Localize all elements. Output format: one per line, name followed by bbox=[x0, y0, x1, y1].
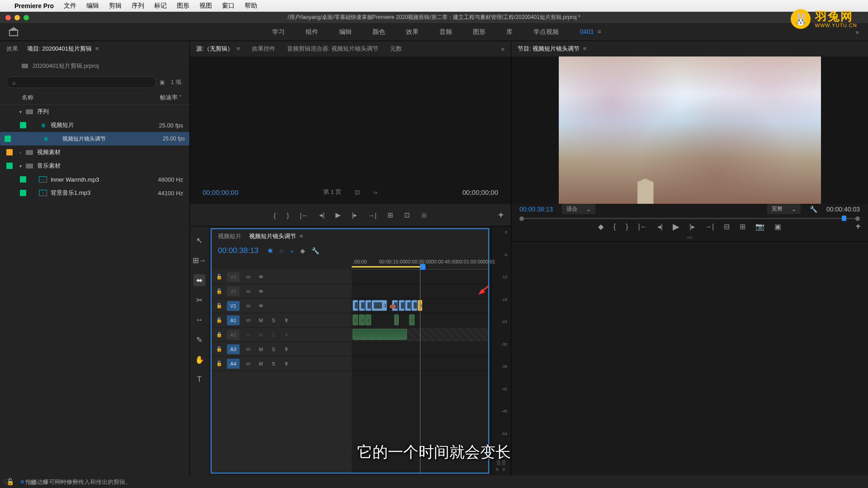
menu-sequence[interactable]: 序列 bbox=[132, 2, 144, 10]
menu-window[interactable]: 窗口 bbox=[222, 2, 235, 10]
pen-tool[interactable]: ✎ bbox=[193, 334, 205, 346]
go-to-out-button[interactable]: →| bbox=[705, 223, 714, 231]
marker-icon[interactable]: ⍖ bbox=[290, 247, 294, 254]
bin-video[interactable]: › 视频素材 bbox=[0, 145, 189, 159]
workspace-assembly[interactable]: 组件 bbox=[306, 28, 318, 36]
track-header-v3[interactable]: 🔓V3▭👁 bbox=[212, 270, 352, 284]
workspace-editing[interactable]: 编辑 bbox=[339, 28, 352, 36]
audio-item[interactable]: ♪ Inner Warmth.mp3 48000 Hz bbox=[0, 173, 189, 186]
step-forward-button[interactable]: |▸ bbox=[689, 222, 695, 231]
razor-tool[interactable]: ✂ bbox=[193, 294, 205, 306]
audio-clip[interactable] bbox=[394, 314, 399, 325]
track-header-a3[interactable]: 🔓A3▭MS🎙 bbox=[212, 342, 352, 357]
sequence-item[interactable]: ≣ 视频短片 25.00 fps bbox=[0, 118, 189, 132]
tab-project[interactable]: 项目: 20200401短片剪辑 ≡ bbox=[27, 45, 99, 53]
video-clip[interactable] bbox=[359, 300, 365, 311]
mark-out-button[interactable]: } bbox=[626, 223, 628, 231]
panel-menu-icon[interactable]: ≡ bbox=[94, 45, 99, 52]
workspace-audio[interactable]: 音频 bbox=[439, 28, 452, 36]
go-to-out-button[interactable]: →| bbox=[368, 211, 377, 219]
label-swatch[interactable] bbox=[20, 176, 26, 183]
source-timecode-out[interactable]: 00;00;00;00 bbox=[462, 188, 498, 196]
menu-edit[interactable]: 编辑 bbox=[86, 2, 99, 10]
video-clip[interactable] bbox=[411, 300, 417, 311]
track-header-v1[interactable]: 🔓V1▭👁 bbox=[212, 299, 352, 313]
extract-button[interactable]: ⊞ bbox=[740, 222, 745, 231]
col-name[interactable]: 名称 bbox=[22, 94, 145, 102]
mute-button[interactable]: M bbox=[257, 332, 265, 338]
solo-button[interactable]: S bbox=[269, 332, 278, 338]
voice-record-icon[interactable]: 🎙 bbox=[282, 347, 290, 352]
wrench-icon[interactable]: 🔧 bbox=[810, 206, 817, 213]
project-search-input[interactable] bbox=[6, 76, 156, 88]
timeline-tab-2[interactable]: × 视频短片镜头调节 ≡ bbox=[250, 232, 303, 240]
close-window-button[interactable] bbox=[5, 15, 11, 20]
mark-in-button[interactable]: { bbox=[613, 223, 616, 231]
expand-icon[interactable]: ▾ bbox=[17, 109, 24, 114]
label-swatch[interactable] bbox=[20, 190, 26, 196]
voice-record-icon[interactable]: 🎙 bbox=[282, 361, 290, 366]
tab-program[interactable]: 节目: 视频短片镜头调节 ≡ bbox=[518, 45, 586, 53]
tab-audio-mixer[interactable]: 音频剪辑混合器: 视频短片镜头调节 bbox=[287, 45, 378, 53]
bin-audio[interactable]: ▾ 音乐素材 bbox=[0, 159, 189, 173]
button-editor-icon[interactable]: + bbox=[855, 221, 861, 232]
mute-button[interactable]: M bbox=[257, 347, 265, 352]
overwrite-button[interactable]: ⊡ bbox=[404, 211, 410, 219]
audio-clip-locked[interactable] bbox=[353, 329, 407, 340]
tab-effects[interactable]: 效果 bbox=[6, 45, 18, 53]
workspace-0401[interactable]: 0401 ≡ bbox=[580, 28, 601, 36]
list-view-icon[interactable]: ≡ bbox=[20, 478, 24, 485]
lock-icon[interactable]: 🔓 bbox=[216, 303, 222, 309]
track-header-a1[interactable]: 🔓A1▭MS🎙 bbox=[212, 313, 352, 328]
step-icon[interactable]: ›› bbox=[373, 189, 377, 196]
type-tool[interactable]: T bbox=[193, 374, 205, 385]
solo-button[interactable]: S bbox=[269, 361, 278, 366]
lock-icon[interactable]: 🔓 bbox=[216, 274, 222, 280]
expand-icon[interactable]: › bbox=[17, 150, 24, 155]
lock-icon[interactable]: 🔓 bbox=[216, 346, 222, 352]
playhead[interactable] bbox=[420, 264, 425, 270]
mark-in-button[interactable]: { bbox=[274, 211, 276, 219]
track-header-v2[interactable]: 🔓V2▭👁 bbox=[212, 284, 352, 299]
audio-clip[interactable]: ▭ bbox=[353, 314, 359, 325]
track-select-tool[interactable]: ⊞→ bbox=[193, 254, 205, 266]
label-swatch[interactable] bbox=[20, 122, 26, 128]
menu-graphics[interactable]: 图形 bbox=[177, 2, 189, 10]
eye-icon[interactable]: 👁 bbox=[257, 289, 265, 294]
slip-tool[interactable]: ↔ bbox=[193, 314, 205, 326]
step-back-button[interactable]: ◂| bbox=[657, 222, 663, 231]
bin-sequences[interactable]: ▾ 序列 bbox=[0, 105, 189, 118]
audio-clip[interactable]: ▭ bbox=[359, 314, 365, 325]
add-marker-button[interactable]: ◆ bbox=[598, 222, 604, 231]
timeline-timecode[interactable]: 00:00:38:13 bbox=[218, 246, 259, 255]
comparison-view-button[interactable]: ▣ bbox=[774, 222, 781, 231]
video-clip-selected[interactable]: 353A1 bbox=[372, 300, 387, 311]
step-forward-button[interactable]: |▸ bbox=[352, 211, 357, 219]
hand-tool[interactable]: ✋ bbox=[193, 354, 205, 366]
mute-button[interactable]: M bbox=[257, 318, 265, 323]
col-framerate[interactable]: 帧速率ˆ bbox=[145, 94, 181, 102]
work-area-bar[interactable] bbox=[352, 266, 423, 267]
settings-icon[interactable]: 🔧 bbox=[311, 247, 319, 254]
menu-clip[interactable]: 剪辑 bbox=[109, 2, 122, 10]
video-clip[interactable] bbox=[353, 300, 359, 311]
overflow-icon[interactable]: » bbox=[501, 45, 505, 52]
play-button[interactable]: ▶ bbox=[335, 211, 341, 219]
toggle-output-icon[interactable]: ▭ bbox=[244, 303, 252, 309]
lock-icon[interactable]: 🔓 bbox=[216, 317, 222, 323]
source-timecode-in[interactable]: 00;00;00;00 bbox=[203, 188, 238, 196]
program-viewport[interactable] bbox=[511, 56, 868, 204]
export-frame-button[interactable]: ▣ bbox=[421, 211, 427, 219]
workspace-libraries[interactable]: 库 bbox=[506, 28, 513, 36]
workspace-graphics[interactable]: 图形 bbox=[473, 28, 486, 36]
safe-margins-icon[interactable]: ▭ bbox=[687, 234, 692, 240]
label-swatch[interactable] bbox=[6, 108, 13, 115]
linked-selection-icon[interactable]: ∩ bbox=[279, 247, 284, 254]
toggle-output-icon[interactable]: ▭ bbox=[244, 317, 252, 323]
track-header-a4[interactable]: 🔓A4▭MS🎙 bbox=[212, 357, 352, 371]
label-swatch[interactable] bbox=[6, 149, 13, 155]
video-clip[interactable] bbox=[365, 300, 371, 311]
app-name[interactable]: Premiere Pro bbox=[14, 2, 54, 9]
menu-file[interactable]: 文件 bbox=[64, 2, 76, 10]
add-marker-icon[interactable]: ◆ bbox=[300, 247, 305, 254]
